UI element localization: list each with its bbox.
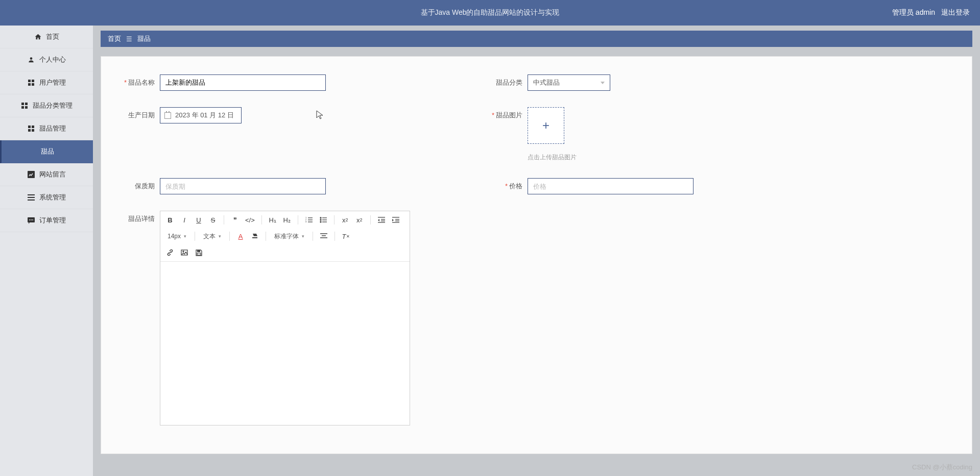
sidebar-item-orders[interactable]: 订单管理 xyxy=(0,209,93,232)
upload-hint: 点击上传甜品图片 xyxy=(528,153,577,162)
texttype-dropdown[interactable]: 文本 ▾ xyxy=(200,231,224,242)
outdent-button[interactable] xyxy=(376,214,387,226)
chart-icon xyxy=(27,170,35,179)
sidebar-item-label: 订单管理 xyxy=(39,216,66,225)
ol-button[interactable]: 123 xyxy=(303,214,315,226)
indent-button[interactable] xyxy=(390,214,401,226)
chevron-down-icon xyxy=(601,82,605,84)
sidebar: 首页 个人中心 用户管理 甜品分类管理 甜品管理 甜品 xyxy=(0,26,93,476)
italic-button[interactable]: I xyxy=(179,214,190,226)
fontcolor-button[interactable]: A xyxy=(235,231,246,242)
fontfamily-dropdown[interactable]: 标准字体 ▾ xyxy=(271,231,307,242)
price-input[interactable] xyxy=(528,178,694,194)
strike-button[interactable]: S xyxy=(207,214,219,226)
menu-icon xyxy=(27,193,35,202)
field-label: *甜品图片 xyxy=(482,107,528,120)
toolbar-separator xyxy=(224,215,224,224)
svg-rect-8 xyxy=(25,106,28,109)
sidebar-item-profile[interactable]: 个人中心 xyxy=(0,48,93,71)
shelf-input[interactable] xyxy=(160,178,326,194)
field-price: *价格 xyxy=(482,178,768,194)
svg-rect-6 xyxy=(25,103,28,105)
bold-button[interactable]: B xyxy=(164,214,176,226)
field-label: 生产日期 xyxy=(114,107,160,120)
svg-rect-14 xyxy=(28,194,35,195)
bgcolor-button[interactable] xyxy=(249,231,260,242)
sidebar-item-category[interactable]: 甜品分类管理 xyxy=(0,94,93,117)
quote-button[interactable]: ❞ xyxy=(229,214,241,226)
editor-body[interactable] xyxy=(160,262,410,425)
code-button[interactable]: </> xyxy=(244,214,256,226)
category-select[interactable]: 中式甜品 xyxy=(528,74,610,91)
chat-icon xyxy=(27,216,35,224)
h2-button[interactable]: H₂ xyxy=(281,214,293,226)
ul-button[interactable] xyxy=(318,214,329,226)
svg-text:3: 3 xyxy=(305,220,307,223)
watermark: CSDN @小蔡coding xyxy=(912,463,972,472)
toolbar-separator xyxy=(195,232,195,241)
sidebar-item-dessert[interactable]: 甜品 xyxy=(0,140,93,163)
toolbar-separator xyxy=(266,232,266,241)
image-button[interactable] xyxy=(179,247,190,258)
h1-button[interactable]: H₁ xyxy=(267,214,278,226)
fontsize-dropdown[interactable]: 14px ▾ xyxy=(164,231,189,242)
toolbar-separator xyxy=(313,232,313,241)
logout-link[interactable]: 退出登录 xyxy=(941,8,970,17)
user-role-label[interactable]: 管理员 admin xyxy=(892,8,935,17)
upload-button[interactable]: + xyxy=(528,107,564,144)
svg-rect-5 xyxy=(21,103,24,105)
sidebar-item-system[interactable]: 系统管理 xyxy=(0,186,93,209)
svg-rect-2 xyxy=(32,80,34,82)
sidebar-item-users[interactable]: 用户管理 xyxy=(0,71,93,94)
field-label: *价格 xyxy=(482,178,528,191)
sidebar-item-messages[interactable]: 网站留言 xyxy=(0,163,93,186)
toolbar-separator xyxy=(298,215,298,224)
sidebar-item-label: 首页 xyxy=(46,32,59,41)
svg-rect-10 xyxy=(32,126,34,128)
grid-icon xyxy=(27,79,35,87)
sidebar-item-label: 用户管理 xyxy=(39,78,66,87)
align-button[interactable] xyxy=(318,231,329,242)
svg-rect-9 xyxy=(28,126,31,128)
sidebar-item-label: 甜品分类管理 xyxy=(33,101,73,110)
svg-rect-47 xyxy=(197,250,200,252)
toolbar-separator xyxy=(261,215,262,224)
date-input[interactable]: 2023 年 01 月 12 日 xyxy=(160,107,242,123)
chevron-down-icon: ▾ xyxy=(302,234,304,239)
sidebar-item-home[interactable]: 首页 xyxy=(0,26,93,48)
svg-rect-48 xyxy=(197,253,201,255)
svg-rect-12 xyxy=(32,129,34,132)
sidebar-item-dessert-mgmt[interactable]: 甜品管理 xyxy=(0,117,93,140)
field-label: 甜品分类 xyxy=(482,74,528,87)
grid-icon xyxy=(27,124,35,133)
editor-toolbar: B I U S ❞ </> H₁ H₂ 123 xyxy=(160,211,410,262)
field-image: *甜品图片 + 点击上传甜品图片 xyxy=(482,107,768,162)
toolbar-separator xyxy=(370,215,371,224)
toolbar-separator xyxy=(229,232,230,241)
form-panel: *甜品名称 甜品分类 中式甜品 生产日期 2023 年 01 月 12 xyxy=(101,56,972,454)
underline-button[interactable]: U xyxy=(193,214,204,226)
subscript-button[interactable]: x2 xyxy=(340,214,351,226)
breadcrumb: 首页 ☰ 甜品 xyxy=(101,31,972,47)
save-button[interactable] xyxy=(193,247,204,258)
svg-rect-16 xyxy=(28,199,35,201)
field-date: 生产日期 2023 年 01 月 12 日 xyxy=(114,107,431,162)
svg-rect-15 xyxy=(28,197,35,198)
field-detail: 甜品详情 B I U S ❞ </> H₁ H₂ xyxy=(114,211,410,425)
superscript-button[interactable]: x2 xyxy=(354,214,365,226)
svg-point-20 xyxy=(32,219,33,220)
calendar-icon xyxy=(164,112,171,119)
svg-rect-41 xyxy=(252,237,257,238)
svg-point-19 xyxy=(31,219,32,220)
clear-format-button[interactable]: T✕ xyxy=(340,231,351,242)
link-button[interactable] xyxy=(164,247,176,258)
sidebar-item-label: 网站留言 xyxy=(39,170,66,179)
plus-icon: + xyxy=(542,118,549,133)
name-input[interactable] xyxy=(160,74,326,91)
breadcrumb-home[interactable]: 首页 xyxy=(108,34,121,43)
svg-point-46 xyxy=(183,251,184,252)
field-shelf: 保质期 xyxy=(114,178,431,194)
app-title: 基于Java Web的自助甜品网站的设计与实现 xyxy=(421,8,560,17)
richtext-editor: B I U S ❞ </> H₁ H₂ 123 xyxy=(160,211,410,425)
toolbar-separator xyxy=(334,215,334,224)
